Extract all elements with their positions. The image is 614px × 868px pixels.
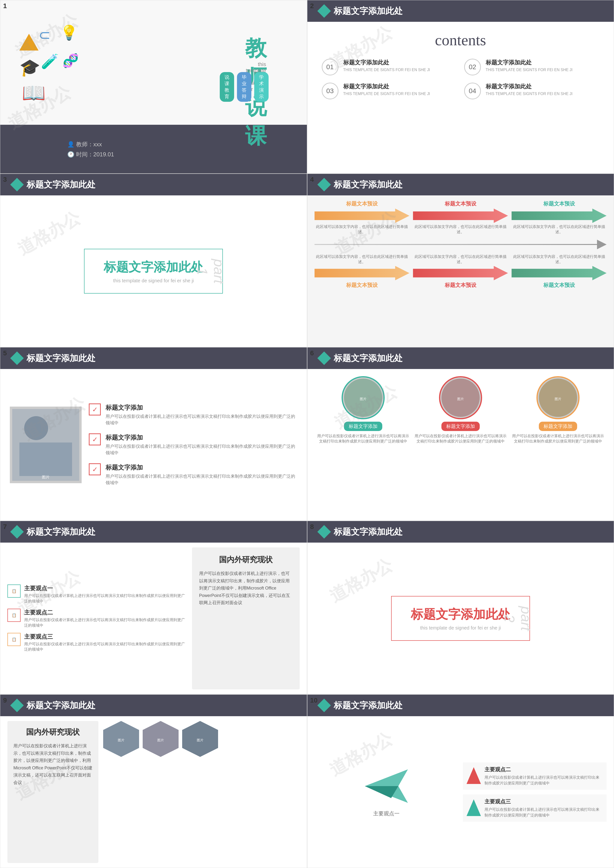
book-icon: 📖 xyxy=(22,82,46,104)
circle-text-3: 用户可以在投影仪或者计算机上进行演示也可以将演示文稿打印出来制作成胶片以便应用到… xyxy=(512,433,604,444)
view-card-2: 主要观点三 用户可以在投影仪或者计算机上进行演示也可以将演示文稿打印出来制作成胶… xyxy=(463,795,606,822)
arrow-shape-1 xyxy=(315,208,409,223)
check-box-2: ✓ xyxy=(89,433,101,446)
slide-number-2: 2 xyxy=(310,2,314,10)
slide1-teacher: 👤 教师：xxx xyxy=(67,141,307,148)
slide3-small-text: this template de signed for fei er she j… xyxy=(104,278,203,284)
arrow-title-5: 标题文本预设 xyxy=(445,282,476,289)
content-text-2: 标题文字添加此处 THIS TEMPLATE DE SIGNTS FOR FEI… xyxy=(486,59,572,72)
content-text-1: 标题文字添加此处 THIS TEMPLATE DE SIGNTS FOR FEI… xyxy=(343,59,430,72)
check-item-2: ✓ 标题文字添加 用户可以在投影仪或者计算机上进行演示也可以将演示文稿打印出来制… xyxy=(89,433,297,456)
slide-4: 4 道格办公 标题文字添加此处 标题文本预设 此区域可以添加文字内容，也可以在此… xyxy=(307,174,614,347)
diamond-icon-6 xyxy=(317,351,331,365)
slide4-header: 标题文字添加此处 xyxy=(307,174,614,196)
flask-icon: 🧪 xyxy=(41,53,59,70)
arrow-title-3: 标题文本预设 xyxy=(543,200,575,207)
fishbone-item-1: 标题文本预设 此区域可以添加文字内容，也可以在此区域进行简单描述。 xyxy=(315,200,409,235)
circle-img-2: 图片 xyxy=(439,376,482,419)
slide-number-8: 8 xyxy=(310,523,314,531)
tag-2: 毕业答辩 xyxy=(237,72,251,102)
research-title-7: 国内外研究现状 xyxy=(199,554,293,565)
slide7-left: 📋 主要观点一 用户可以在投影仪或者计算机上进行演示也可以将演示文稿打印出来制作… xyxy=(8,547,187,689)
hex-3: 图片 xyxy=(182,721,218,757)
view-icon-3: 📋 xyxy=(8,633,20,646)
slide4-header-title: 标题文字添加此处 xyxy=(334,179,403,191)
slide10-header-title: 标题文字添加此处 xyxy=(334,700,403,711)
slide7-header: 标题文字添加此处 xyxy=(0,521,307,543)
check-text-1: 标题文字添加 用户可以在投影仪或者计算机上进行演示也可以将演示文稿打印出来制作成… xyxy=(105,404,297,426)
fishbone-item-6: 此区域可以添加文字内容，也可以在此区域进行简单描述。 标题文本预设 xyxy=(512,254,606,289)
view-text-1: 主要观点一 用户可以在投影仪或者计算机上进行演示也可以将演示文稿打印出来制作成胶… xyxy=(24,584,187,604)
diamond-icon-7 xyxy=(10,525,24,539)
part-label-1: part 1 xyxy=(194,259,227,284)
tag-1: 说课教育 xyxy=(220,72,234,102)
num-circle-1: 01 xyxy=(322,59,338,75)
slide6-header-title: 标题文字添加此处 xyxy=(334,352,403,364)
arrow-shape-3 xyxy=(512,208,606,223)
research-text-9: 用户可以在投影仪或者计算机上进行演示，也可以将演示文稿打印出来，制作成胶片，以便… xyxy=(13,742,92,786)
slide5-list: ✓ 标题文字添加 用户可以在投影仪或者计算机上进行演示也可以将演示文稿打印出来制… xyxy=(89,404,297,486)
check-box-3: ✓ xyxy=(89,463,101,475)
diamond-icon xyxy=(317,4,331,18)
part-label-2: part 2 xyxy=(501,606,534,631)
view-icon-1: 📋 xyxy=(8,584,20,598)
slide2-header-title: 标题文字添加此处 xyxy=(334,5,403,17)
slide-8: 8 道格办公 标题文字添加此处 标题文字添加此处 this template d… xyxy=(307,521,614,694)
arrow-text-4: 此区域可以添加文字内容，也可以在此区域进行简单描述。 xyxy=(315,254,409,265)
slide1-date: 🕐 时间：2019.01 xyxy=(67,151,307,158)
slide8-header: 标题文字添加此处 xyxy=(307,521,614,543)
check-item-3: ✓ 标题文字添加 用户可以在投影仪或者计算机上进行演示也可以将演示文稿打印出来制… xyxy=(89,463,297,486)
slide10-header: 标题文字添加此处 xyxy=(307,695,614,716)
content-item-2: 02 标题文字添加此处 THIS TEMPLATE DE SIGNTS FOR … xyxy=(464,59,599,75)
magnet-icon: ⊂ xyxy=(39,26,51,43)
arrow-shape-4 xyxy=(315,266,409,280)
hex-images: 图片 图片 图片 xyxy=(103,721,300,757)
svg-text:图片: 图片 xyxy=(118,738,124,742)
slide8-big-title: 标题文字添加此处 xyxy=(411,606,510,623)
slide-number-1: 1 xyxy=(3,2,7,10)
slide-number-7: 7 xyxy=(3,523,7,531)
view-card-title-1: 主要观点二 xyxy=(484,766,603,773)
contents-title: contents xyxy=(322,31,600,49)
slide-9: 9 道格办公 标题文字添加此处 国内外研究现状 用户可以在投影仪或者计算机上进行… xyxy=(0,694,307,868)
svg-point-1 xyxy=(24,416,48,440)
slide1-hero: ⊂ 💡 🎓 🧪 🧬 📖 教师说课 this template de signed… xyxy=(0,0,307,125)
slide7-right: 国内外研究现状 用户可以在投影仪或者计算机上进行演示，也可以将演示文稿打印出来，… xyxy=(192,547,300,689)
slide3-header-title: 标题文字添加此处 xyxy=(26,179,96,191)
slide5-content: 图片 ✓ 标题文字添加 用户可以在投影仪或者计算机上进行演示也可以将演示文稿打印… xyxy=(0,369,307,520)
arrow-text-3: 此区域可以添加文字内容，也可以在此区域进行简单描述。 xyxy=(512,224,606,235)
circle-card-1: 图片 标题文字添加 用户可以在投影仪或者计算机上进行演示也可以将演示文稿打印出来… xyxy=(317,376,409,444)
circle-badge-3: 标题文字添加 xyxy=(539,422,577,431)
slide-2: 2 道格办公 标题文字添加此处 contents 01 标题文字添加此处 THI… xyxy=(307,0,614,174)
slide-number-6: 6 xyxy=(310,349,314,357)
check-box-1: ✓ xyxy=(89,404,101,415)
arrow-title-4: 标题文本预设 xyxy=(346,282,378,289)
slide-number-5: 5 xyxy=(3,349,7,357)
slide9-header: 标题文字添加此处 xyxy=(0,695,307,716)
check-text-2: 标题文字添加 用户可以在投影仪或者计算机上进行演示也可以将演示文稿打印出来制作成… xyxy=(105,433,297,456)
slide8-center-box: 标题文字添加此处 this template de signed for fei… xyxy=(391,596,530,641)
view-card-title-2: 主要观点三 xyxy=(484,798,603,805)
fishbone-item-5: 此区域可以添加文字内容，也可以在此区域进行简单描述。 标题文本预设 xyxy=(413,254,508,289)
paper-plane-area: 主要观点一 xyxy=(315,721,458,863)
diamond-icon-9 xyxy=(10,699,24,712)
slide-number-4: 4 xyxy=(310,176,314,183)
view-item-2: 📋 主要观点二 用户可以在投影仪或者计算机上进行演示也可以将演示文稿打印出来制作… xyxy=(8,609,187,628)
svg-text:图片: 图片 xyxy=(42,475,50,479)
slide10-left: 主要观点一 xyxy=(315,721,458,863)
slide-5: 5 道格办公 标题文字添加此处 图片 ✓ 标题文字添加 用户 xyxy=(0,347,307,521)
slide3-big-title: 标题文字添加此处 xyxy=(104,259,203,276)
diamond-icon-5 xyxy=(10,351,24,365)
fishbone-bottom: 此区域可以添加文字内容，也可以在此区域进行简单描述。 标题文本预设 此区域可以添… xyxy=(315,254,607,289)
slide-number-9: 9 xyxy=(3,697,7,704)
dna-icon: 🧬 xyxy=(62,53,79,68)
view-card-desc-1: 用户可以在投影仪或者计算机上进行演示也可以将演示文稿打印出来制作成胶片以便应用到… xyxy=(484,775,603,786)
content-item-3: 03 标题文字添加此处 THIS TEMPLATE DE SIGNTS FOR … xyxy=(322,82,457,99)
svg-marker-19 xyxy=(467,799,481,816)
fishbone-item-3: 标题文本预设 此区域可以添加文字内容，也可以在此区域进行简单描述。 xyxy=(512,200,606,235)
arrow-title-6: 标题文本预设 xyxy=(543,282,575,289)
slide9-content: 国内外研究现状 用户可以在投影仪或者计算机上进行演示，也可以将演示文稿打印出来，… xyxy=(0,716,307,868)
check-item-1: ✓ 标题文字添加 用户可以在投影仪或者计算机上进行演示也可以将演示文稿打印出来制… xyxy=(89,404,297,426)
circle-text-2: 用户可以在投影仪或者计算机上进行演示也可以将演示文稿打印出来制作成胶片以便应用到… xyxy=(414,433,507,444)
svg-text:图片: 图片 xyxy=(457,397,464,401)
